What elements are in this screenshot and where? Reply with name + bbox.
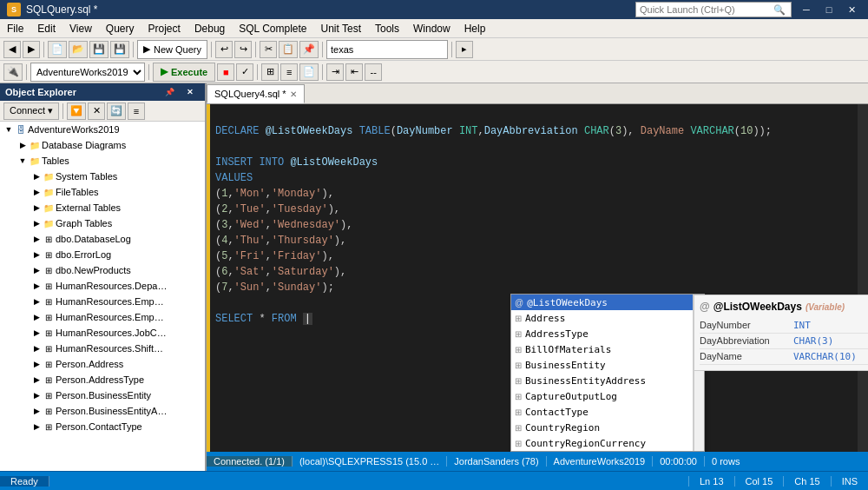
toggle-dbo-dblog[interactable]: ▶: [31, 234, 42, 244]
tree-item-file-tables[interactable]: ▶ 📁 FileTables: [0, 184, 205, 200]
close-button[interactable]: ✕: [842, 3, 861, 17]
menu-window[interactable]: Window: [406, 19, 457, 38]
menu-unit-test[interactable]: Unit Test: [314, 19, 368, 38]
toggle-person-address[interactable]: ▶: [31, 359, 42, 369]
toggle-file-tables[interactable]: ▶: [31, 187, 42, 197]
toggle-tables[interactable]: ▼: [17, 156, 28, 166]
copy-button[interactable]: 📋: [279, 41, 298, 58]
stop-button[interactable]: ■: [217, 63, 234, 81]
ac-item-0[interactable]: @ @ListOWeekDays: [511, 295, 693, 310]
undo-button[interactable]: ↩: [215, 41, 233, 58]
summary-button[interactable]: ≡: [128, 103, 145, 120]
pin-button[interactable]: 📌: [160, 85, 179, 99]
parse-button[interactable]: ✓: [236, 63, 253, 81]
tree-item-hr-emp1[interactable]: ▶ ⊞ HumanResources.Emp…: [0, 294, 205, 309]
filter-button[interactable]: 🔽: [67, 103, 86, 120]
tree-item-hr-dept[interactable]: ▶ ⊞ HumanResources.Depa…: [0, 278, 205, 294]
tab-close-button[interactable]: ✕: [290, 89, 297, 99]
toggle-hr-dept[interactable]: ▶: [31, 281, 42, 291]
tree-item-external-tables[interactable]: ▶ 📁 External Tables: [0, 200, 205, 215]
menu-debug[interactable]: Debug: [187, 19, 232, 38]
more-toolbar-button[interactable]: ▸: [456, 41, 473, 58]
new-query-button[interactable]: ▶ New Query: [137, 40, 207, 59]
toggle-external-tables[interactable]: ▶: [31, 202, 42, 213]
paste-button[interactable]: 📌: [299, 41, 319, 58]
ac-item-2[interactable]: ⊞ AddressType: [511, 326, 693, 341]
tree-item-system-tables[interactable]: ▶ 📁 System Tables: [0, 169, 205, 184]
back-button[interactable]: ◀: [3, 41, 21, 58]
menu-file[interactable]: File: [0, 19, 30, 38]
refresh-button[interactable]: 🔄: [107, 103, 126, 120]
code-editor[interactable]: DECLARE @ListOWeekDays TABLE(DayNumber I…: [207, 104, 868, 452]
toggle-hr-emp1[interactable]: ▶: [31, 296, 42, 307]
comment-button[interactable]: --: [365, 63, 382, 81]
toggle-hr-jobc[interactable]: ▶: [31, 328, 42, 338]
menu-help[interactable]: Help: [457, 19, 493, 38]
autocomplete-dropdown[interactable]: @ @ListOWeekDays ⊞ Address ⊞ AddressType: [510, 294, 705, 452]
toggle-hr-emp2[interactable]: ▶: [31, 312, 42, 322]
ac-item-3[interactable]: ⊞ BillOfMaterials: [511, 341, 693, 357]
menu-project[interactable]: Project: [141, 19, 187, 38]
filter-clear-button[interactable]: ✕: [88, 103, 105, 120]
toggle-dbo-errorlog[interactable]: ▶: [31, 249, 42, 260]
toggle-person-contacttype[interactable]: ▶: [31, 421, 42, 432]
menu-edit[interactable]: Edit: [30, 19, 62, 38]
toggle-hr-shift[interactable]: ▶: [31, 343, 42, 354]
tree-item-person-bea[interactable]: ▶ ⊞ Person.BusinessEntityA…: [0, 403, 205, 419]
ac-item-7[interactable]: ⊞ ContactType: [511, 404, 693, 420]
tree-item-dbo-errorlog[interactable]: ▶ ⊞ dbo.ErrorLog: [0, 247, 205, 262]
ac-item-8[interactable]: ⊞ CountryRegion: [511, 420, 693, 435]
toggle-person-be[interactable]: ▶: [31, 390, 42, 401]
quick-launch-search[interactable]: 🔍: [635, 2, 792, 17]
ac-item-5[interactable]: ⊞ BusinessEntityAddress: [511, 373, 693, 388]
save-button[interactable]: 💾: [89, 41, 108, 58]
forward-button[interactable]: ▶: [23, 41, 40, 58]
tree-item-person-addresstype[interactable]: ▶ ⊞ Person.AddressType: [0, 372, 205, 387]
ac-item-4[interactable]: ⊞ BusinessEntity: [511, 357, 693, 373]
menu-tools[interactable]: Tools: [368, 19, 406, 38]
tree-item-dbo-newproducts[interactable]: ▶ ⊞ dbo.NewProducts: [0, 262, 205, 278]
database-selector[interactable]: AdventureWorks2019: [30, 63, 145, 82]
tree-item-person-be[interactable]: ▶ ⊞ Person.BusinessEntity: [0, 387, 205, 403]
ac-item-9[interactable]: ⊞ CountryRegionCurrency: [511, 435, 693, 451]
toggle-person-bea[interactable]: ▶: [31, 406, 42, 416]
save-all-button[interactable]: 💾: [110, 41, 129, 58]
indent-button[interactable]: ⇥: [326, 63, 344, 81]
quick-launch-input[interactable]: [640, 4, 770, 15]
results-text-button[interactable]: ≡: [280, 63, 298, 81]
tree-item-graph-tables[interactable]: ▶ 📁 Graph Tables: [0, 215, 205, 231]
open-button[interactable]: 📂: [69, 41, 88, 58]
toggle-person-addresstype[interactable]: ▶: [31, 374, 42, 385]
cut-button[interactable]: ✂: [260, 41, 277, 58]
tab-sqlquery4[interactable]: SQLQuery4.sql * ✕: [207, 84, 305, 103]
menu-query[interactable]: Query: [99, 19, 141, 38]
tree-item-dbo-dblog[interactable]: ▶ ⊞ dbo.DatabaseLog: [0, 231, 205, 247]
toggle-dbo-newproducts[interactable]: ▶: [31, 265, 42, 275]
tree-item-db-diagrams[interactable]: ▶ 📁 Database Diagrams: [0, 137, 205, 153]
menu-sql-complete[interactable]: SQL Complete: [232, 19, 313, 38]
tree-item-tables[interactable]: ▼ 📁 Tables: [0, 153, 205, 169]
tree-item-adventureworks[interactable]: ▼ 🗄 AdventureWorks2019: [0, 122, 205, 137]
results-file-button[interactable]: 📄: [299, 63, 319, 81]
ac-item-1[interactable]: ⊞ Address: [511, 310, 693, 326]
minimize-button[interactable]: ─: [797, 3, 816, 17]
tree-item-person-contacttype[interactable]: ▶ ⊞ Person.ContactType: [0, 419, 205, 434]
tree-item-hr-shift[interactable]: ▶ ⊞ HumanResources.Shift…: [0, 341, 205, 356]
connect-obj-button[interactable]: Connect ▾: [3, 103, 59, 120]
toggle-graph-tables[interactable]: ▶: [31, 218, 42, 228]
new-file-button[interactable]: 📄: [48, 41, 67, 58]
outdent-button[interactable]: ⇤: [345, 63, 363, 81]
toggle-adventureworks[interactable]: ▼: [3, 124, 14, 135]
autocomplete-list[interactable]: @ @ListOWeekDays ⊞ Address ⊞ AddressType: [511, 295, 694, 451]
tree-item-hr-jobc[interactable]: ▶ ⊞ HumanResources.JobC…: [0, 325, 205, 341]
ac-item-6[interactable]: ⊞ CaptureOutputLog: [511, 388, 693, 404]
connect-button[interactable]: 🔌: [3, 63, 23, 81]
toggle-db-diagrams[interactable]: ▶: [17, 140, 28, 150]
tree-item-hr-emp2[interactable]: ▶ ⊞ HumanResources.Emp…: [0, 309, 205, 325]
search-toolbar-input[interactable]: [326, 40, 448, 59]
tree-item-person-address[interactable]: ▶ ⊞ Person.Address: [0, 356, 205, 372]
close-panel-button[interactable]: ✕: [181, 85, 200, 99]
results-grid-button[interactable]: ⊞: [261, 63, 279, 81]
menu-view[interactable]: View: [62, 19, 99, 38]
redo-button[interactable]: ↪: [234, 41, 252, 58]
